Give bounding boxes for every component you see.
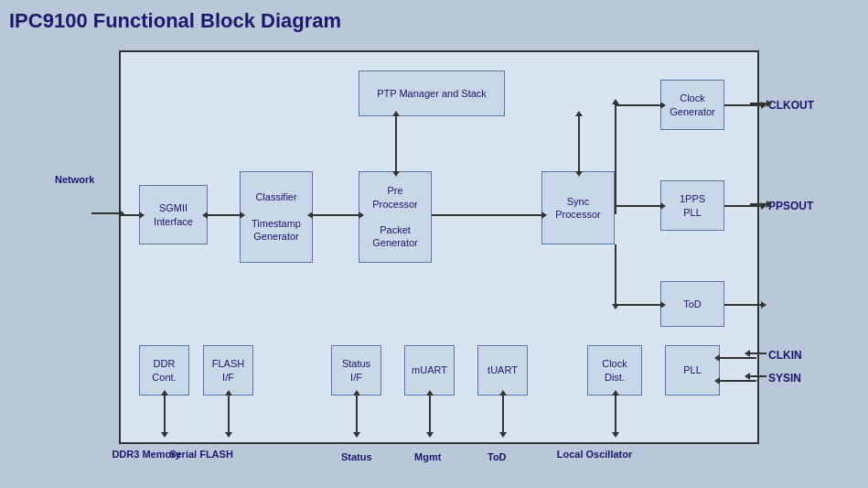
clockdist-block: Clock Dist.	[587, 345, 642, 396]
tuart-block: tUART	[477, 345, 528, 396]
tod-right-arrow	[724, 304, 761, 306]
pps-ppsout-arrow	[724, 205, 761, 207]
flash-arrow	[228, 396, 230, 432]
sync-clockgen-arrow	[615, 104, 660, 106]
pll-block: PLL	[665, 345, 720, 396]
sgmii-block: SGMII Interface	[139, 185, 208, 244]
sync-pps-arrow	[615, 205, 660, 207]
sync-clockgen-vertical	[615, 104, 616, 214]
muart-block: mUART	[404, 345, 455, 396]
flash-block: FLASH I/F	[203, 345, 253, 396]
clockgen-clkout-arrow	[724, 104, 761, 106]
ptp-preprocessor-connector	[395, 116, 397, 171]
serial-flash-label: Serial FLASH	[169, 449, 233, 460]
clockgen-block: Clock Generator	[660, 80, 724, 130]
network-entry-arrow	[91, 212, 119, 214]
clkin-arrow	[720, 357, 756, 359]
ppsout-label: PPSOUT	[768, 200, 813, 212]
tod-block: ToD	[660, 281, 724, 327]
clockdist-arrow	[615, 396, 616, 432]
page-title: IPC9100 Functional Block Diagram	[9, 9, 341, 33]
ppsout-arrow	[750, 203, 766, 205]
status-arrow	[356, 396, 358, 432]
ddr-arrow	[164, 396, 166, 432]
sysin-arrow	[720, 380, 756, 382]
clkout-arrow	[750, 103, 766, 104]
pps-pll-block: 1PPS PLL	[660, 180, 724, 231]
network-label: Network	[55, 174, 94, 185]
mgmt-label: Mgmt	[414, 451, 441, 462]
status-label: Status	[341, 451, 372, 462]
clkout-label: CLKOUT	[768, 99, 814, 112]
classifier-block: Classifier Timestamp Generator	[240, 171, 313, 263]
sgmii-classifier-connector	[208, 214, 240, 216]
tod-bottom-label: ToD	[488, 451, 507, 462]
preprocessor-sync-arrow	[432, 214, 541, 216]
muart-arrow	[429, 396, 431, 432]
ptp-block: PTP Manager and Stack	[359, 70, 505, 116]
sysin-ext-arrow	[750, 375, 766, 377]
syncprocessor-block: Sync Processor	[541, 171, 615, 244]
preprocessor-block: Pre Processor Packet Generator	[359, 171, 432, 263]
ddr-block: DDR Cont.	[139, 345, 189, 396]
clkin-ext-arrow	[750, 352, 766, 354]
sync-tod-vertical	[615, 244, 616, 304]
status-if-block: Status I/F	[331, 345, 381, 396]
sysin-label: SYSIN	[768, 372, 801, 385]
clkin-label: CLKIN	[768, 349, 802, 362]
sync-tod-horizontal	[615, 304, 660, 306]
ptp-sync-connector	[578, 116, 580, 171]
classifier-preprocessor-connector	[313, 214, 359, 216]
local-oscillator-label: Local Oscillator	[557, 449, 633, 460]
diagram-container: SGMII Interface Classifier Timestamp Gen…	[119, 50, 759, 444]
tuart-arrow	[502, 396, 504, 432]
